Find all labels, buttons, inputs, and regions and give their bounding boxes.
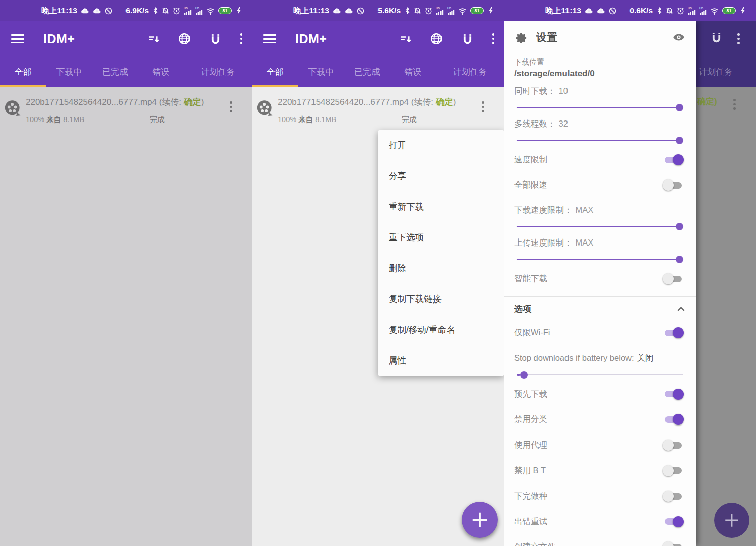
setting-label: 仅限Wi-Fi: [514, 327, 550, 338]
label-value: 关闭: [637, 353, 654, 362]
chevron-up-icon[interactable]: [676, 305, 686, 313]
context-menu-item[interactable]: 删除: [378, 253, 504, 284]
setting-toggle-row: 禁用 B T: [514, 458, 686, 483]
download-list-item[interactable]: 220b17715482564420...6777.mp4 (续传: 确定)10…: [252, 87, 504, 133]
toggle-knob[interactable]: [663, 491, 674, 502]
setting-slider[interactable]: [517, 223, 683, 230]
status-bar: 晚上11:136.9K/sHDHD81: [0, 0, 252, 21]
setting-slider-label: 下载速度限制：MAX: [514, 205, 686, 216]
hamburger-menu-icon[interactable]: [263, 34, 276, 43]
toggle-knob[interactable]: [673, 414, 684, 425]
overflow-menu-icon[interactable]: [492, 33, 495, 44]
globe-icon[interactable]: [178, 33, 191, 45]
context-menu-item[interactable]: 复制/移动/重命名: [378, 314, 504, 345]
source-label: 来自: [298, 115, 313, 124]
slider-thumb[interactable]: [676, 256, 683, 263]
sort-download-icon[interactable]: [148, 34, 160, 44]
setting-slider[interactable]: [517, 137, 683, 144]
context-menu-item[interactable]: 打开: [378, 130, 504, 161]
tab-all[interactable]: 全部: [0, 56, 46, 87]
label-text: Stop downloads if battery below:: [514, 353, 634, 362]
block-icon: [105, 7, 112, 15]
toggle-off[interactable]: [664, 465, 682, 476]
overflow-menu-icon[interactable]: [737, 33, 740, 44]
context-menu-item[interactable]: 复制下载链接: [378, 283, 504, 314]
tab-downloading[interactable]: 下载中: [298, 56, 344, 87]
toggle-knob[interactable]: [663, 465, 674, 476]
slider-thumb[interactable]: [676, 137, 683, 144]
toggle-off[interactable]: [664, 273, 682, 284]
toggle-on[interactable]: [664, 516, 682, 527]
tab-completed[interactable]: 已完成: [344, 56, 390, 87]
toggle-off[interactable]: [664, 440, 682, 451]
context-menu-item[interactable]: 属性: [378, 345, 504, 376]
context-menu-item[interactable]: 重下选项: [378, 222, 504, 253]
slider-thumb[interactable]: [676, 223, 683, 230]
toggle-on[interactable]: [664, 389, 682, 400]
setting-slider[interactable]: [517, 256, 683, 263]
download-location-value[interactable]: /storage/emulated/0: [514, 69, 686, 79]
toggle-on[interactable]: [664, 414, 682, 425]
toggle-knob[interactable]: [673, 327, 684, 338]
add-download-fab[interactable]: [462, 502, 498, 538]
cloud-icon: [81, 8, 89, 14]
tab-downloading[interactable]: 下载中: [46, 56, 92, 87]
tab-scheduled[interactable]: 计划任务: [184, 56, 252, 87]
hamburger-menu-icon[interactable]: [11, 34, 24, 43]
toggle-knob[interactable]: [673, 154, 684, 165]
context-menu-item[interactable]: 重新下载: [378, 192, 504, 222]
overflow-menu-icon[interactable]: [240, 33, 243, 44]
tab-scheduled[interactable]: 计划任务: [436, 56, 504, 87]
eye-icon[interactable]: [672, 31, 686, 43]
tab-completed[interactable]: 已完成: [92, 56, 138, 87]
panel-main-fab-open: 晚上11:136.9K/sHDHD81 IDM+ 全部下载中已完成错误计划任务 …: [0, 0, 252, 546]
slider-thumb[interactable]: [520, 371, 528, 379]
setting-slider[interactable]: [517, 371, 683, 379]
toggle-on[interactable]: [664, 154, 682, 165]
svg-text:HD: HD: [688, 7, 692, 10]
toggle-knob[interactable]: [673, 516, 684, 527]
resume-suffix: ): [453, 97, 456, 107]
toggle-knob[interactable]: [673, 389, 684, 400]
tab-all[interactable]: 全部: [252, 56, 298, 87]
context-menu-item[interactable]: 分享: [378, 161, 504, 192]
magnet-logo-icon[interactable]: [461, 34, 474, 44]
gear-icon: [514, 31, 528, 44]
magnet-logo-icon[interactable]: [209, 34, 222, 44]
tab-error[interactable]: 错误: [138, 56, 184, 87]
setting-label: 创建空文件: [514, 541, 556, 546]
setting-slider[interactable]: [517, 104, 683, 111]
magnet-logo-icon: [710, 32, 723, 43]
settings-panel: 设置 下载位置 /storage/emulated/0 同时下载：10 多线程数…: [504, 21, 696, 546]
signal-icon: HD: [688, 7, 696, 15]
setting-label: 预先下载: [514, 389, 547, 400]
toggle-off[interactable]: [664, 541, 682, 546]
slider-thumb[interactable]: [676, 104, 683, 111]
toggle-knob[interactable]: [663, 273, 674, 284]
options-section-header[interactable]: 选项: [514, 297, 686, 320]
fab-menu-scrim[interactable]: [0, 87, 252, 546]
sort-download-icon[interactable]: [400, 34, 412, 44]
bell-off-icon: [162, 7, 169, 15]
toggle-knob[interactable]: [663, 440, 674, 451]
resume-prefix: (续传:: [409, 97, 436, 107]
svg-text:HD: HD: [699, 7, 703, 10]
toggle-off[interactable]: [664, 491, 682, 502]
svg-text:HD: HD: [195, 7, 199, 10]
item-overflow-icon[interactable]: [733, 99, 736, 110]
toggle-on[interactable]: [664, 327, 682, 338]
plus-icon-dim: [723, 512, 740, 529]
label-value: MAX: [576, 205, 594, 214]
status-network-speed: 0.6K/s: [629, 6, 653, 15]
toggle-knob[interactable]: [663, 541, 674, 546]
toggle-off[interactable]: [664, 179, 682, 191]
panel-settings: 晚上11:130.6K/sHDHD81 计划任务 确定) 设置 下载位置 /st…: [504, 0, 756, 546]
app-bar-dimmed: [696, 21, 756, 56]
toggle-knob[interactable]: [663, 179, 674, 191]
item-overflow-icon[interactable]: [482, 101, 484, 112]
svg-text:HD: HD: [436, 7, 440, 10]
globe-icon[interactable]: [430, 33, 443, 45]
signal-icon: HD: [436, 7, 444, 15]
setting-toggle-row: 速度限制: [514, 147, 686, 172]
tab-error[interactable]: 错误: [390, 56, 436, 87]
